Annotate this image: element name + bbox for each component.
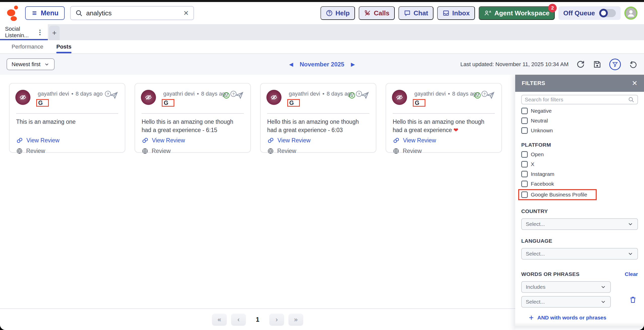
link-icon — [16, 137, 23, 144]
menu-button[interactable]: Menu — [25, 6, 65, 20]
sort-dropdown[interactable]: Newest first — [7, 58, 55, 70]
checkbox-icon[interactable] — [521, 127, 528, 134]
checkbox-instagram[interactable]: Instagram — [521, 171, 638, 177]
scroll-shadow — [515, 322, 644, 330]
checkbox-icon[interactable] — [521, 151, 528, 158]
positive-sentiment-icon[interactable] — [474, 92, 481, 99]
refresh-icon[interactable] — [576, 60, 585, 69]
country-section-title: COUNTRY — [521, 208, 638, 214]
user-avatar[interactable] — [624, 7, 637, 20]
save-view-icon[interactable] — [593, 60, 602, 69]
words-section-title: WORDS OR PHRASES — [521, 271, 580, 277]
tab-posts[interactable]: Posts — [56, 40, 71, 53]
filter-search[interactable] — [521, 95, 638, 104]
previous-page-button[interactable]: ‹ — [231, 314, 246, 325]
next-page-button[interactable]: › — [269, 314, 284, 325]
checkbox-negative[interactable]: Negative — [521, 108, 638, 114]
delete-phrase-icon[interactable] — [629, 296, 637, 304]
words-phrase-row: Includes Select... — [521, 281, 638, 308]
posts-toolbar: Newest first ◀ November 2025 ▶ Last upda… — [0, 54, 644, 75]
checkbox-unknown[interactable]: Unknown — [521, 127, 638, 134]
chevron-down-icon — [600, 299, 606, 305]
checkbox-icon[interactable] — [521, 108, 528, 114]
country-select[interactable]: Select... — [521, 218, 638, 230]
clear-search-icon[interactable]: ✕ — [183, 10, 189, 16]
send-message-icon[interactable] — [486, 91, 495, 100]
tab-social-listening[interactable]: Social Listenin... ⋮ — [0, 24, 48, 40]
month-label[interactable]: November 2025 — [300, 61, 344, 68]
workspace: gayathri devi • 8 days ago ? G This is a… — [0, 75, 644, 330]
checkbox-icon[interactable] — [521, 117, 528, 124]
queue-toggle[interactable] — [599, 9, 616, 17]
positive-sentiment-icon[interactable] — [348, 92, 356, 99]
post-author: gayathri devi — [289, 91, 320, 97]
view-review-link[interactable]: View Review — [267, 137, 369, 144]
tab-performance[interactable]: Performance — [12, 40, 43, 53]
filter-icon[interactable] — [609, 59, 621, 70]
first-page-button[interactable]: « — [212, 314, 227, 325]
os-top-strip — [0, 0, 644, 2]
checkbox-neutral[interactable]: Neutral — [521, 117, 638, 124]
toolbar-right: Last updated: November 11, 2025 10:34 AM — [460, 59, 637, 70]
send-message-icon[interactable] — [110, 91, 118, 100]
link-icon — [267, 137, 274, 144]
and-words-button[interactable]: AND with words or phrases — [528, 315, 638, 321]
month-navigation: ◀ November 2025 ▶ — [289, 61, 355, 68]
chevron-down-icon — [44, 62, 50, 67]
global-search[interactable]: ✕ — [70, 6, 194, 20]
last-page-button[interactable]: » — [289, 314, 303, 325]
chat-button[interactable]: Chat — [398, 6, 433, 20]
chevron-down-icon — [627, 221, 633, 227]
posts-tab-underline — [56, 52, 71, 53]
globe-icon — [393, 148, 399, 154]
checkbox-x[interactable]: X — [521, 161, 638, 168]
review-type-label: Review — [142, 148, 244, 154]
posts-content: gayathri devi • 8 days ago ? G This is a… — [0, 75, 515, 330]
checkbox-icon[interactable] — [521, 171, 528, 177]
globe-icon — [142, 148, 148, 154]
condition-select[interactable]: Includes — [521, 281, 611, 293]
positive-sentiment-icon[interactable] — [223, 92, 230, 99]
post-avatar-hidden-icon — [392, 90, 407, 105]
view-review-link[interactable]: View Review — [16, 137, 118, 144]
close-icon[interactable]: ✕ — [632, 80, 637, 87]
post-card-list: gayathri devi • 8 days ago ? G This is a… — [0, 75, 515, 309]
search-icon — [75, 9, 83, 17]
card-divider — [16, 113, 118, 114]
calls-button[interactable]: Calls — [359, 6, 395, 20]
help-button[interactable]: Help — [320, 6, 355, 20]
post-author: gayathri devi — [414, 91, 446, 97]
filter-search-input[interactable] — [525, 97, 628, 103]
checkbox-google-business-profile[interactable]: Google Business Profile — [521, 191, 587, 198]
clear-words-link[interactable]: Clear — [625, 271, 638, 277]
next-month-icon[interactable]: ▶ — [351, 61, 355, 67]
send-message-icon[interactable] — [235, 91, 244, 100]
app-window: Menu ✕ Help Calls Chat Inbox — [0, 0, 644, 330]
filters-panel-header: FILTERS ✕ — [515, 75, 644, 92]
post-avatar-hidden-icon — [15, 90, 30, 105]
checkbox-icon[interactable] — [521, 181, 528, 187]
platform-section-title: PLATFORM — [521, 142, 638, 148]
post-text: Hello this is an amazing one though had … — [393, 118, 495, 134]
previous-month-icon[interactable]: ◀ — [289, 61, 293, 67]
checkbox-open[interactable]: Open — [521, 151, 638, 158]
language-select[interactable]: Select... — [521, 248, 638, 260]
search-icon — [628, 96, 634, 103]
words-select[interactable]: Select... — [521, 296, 611, 308]
checkbox-icon[interactable] — [521, 161, 528, 168]
send-message-icon[interactable] — [361, 91, 369, 100]
view-review-link[interactable]: View Review — [142, 137, 244, 144]
checkbox-icon[interactable] — [521, 191, 528, 198]
card-divider — [142, 113, 244, 114]
reset-undo-icon[interactable] — [628, 60, 637, 69]
filters-title: FILTERS — [522, 80, 545, 87]
view-review-link[interactable]: View Review — [393, 137, 495, 144]
add-tab-button[interactable]: + — [49, 26, 60, 40]
tab-menu-kebab-icon[interactable]: ⋮ — [36, 28, 44, 36]
checkbox-facebook[interactable]: Facebook — [521, 181, 638, 187]
inbox-button[interactable]: Inbox — [437, 6, 475, 20]
search-input[interactable] — [86, 9, 180, 17]
post-avatar-hidden-icon — [141, 90, 156, 105]
post-card: gayathri devi • 8 days ago ? G Hello thi… — [386, 83, 502, 153]
agent-workspace-button[interactable]: Agent Workspace 2 — [479, 6, 555, 20]
